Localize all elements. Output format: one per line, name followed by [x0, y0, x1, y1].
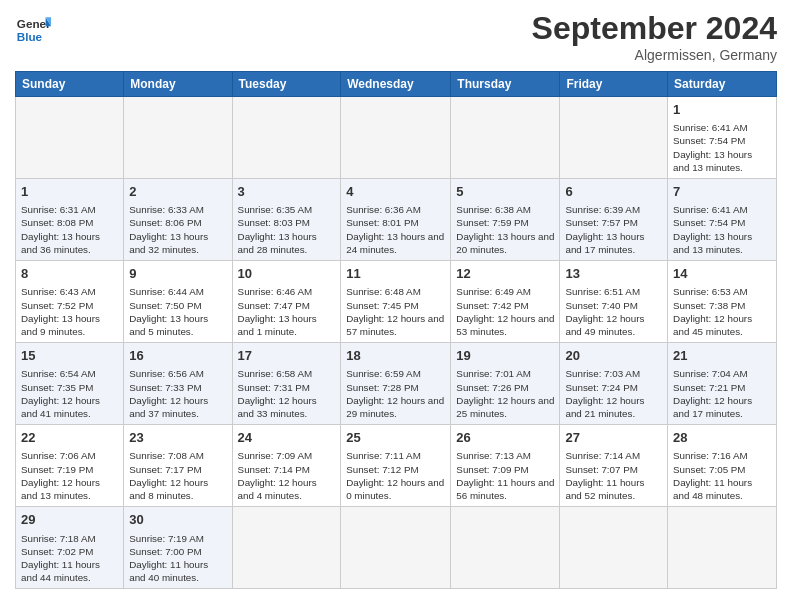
day-number: 24 [238, 429, 336, 447]
day-number: 13 [565, 265, 662, 283]
day-info: Sunrise: 6:36 AMSunset: 8:01 PMDaylight:… [346, 203, 445, 256]
calendar-cell [668, 507, 777, 589]
day-number: 23 [129, 429, 226, 447]
day-number: 25 [346, 429, 445, 447]
day-number: 14 [673, 265, 771, 283]
day-number: 1 [21, 183, 118, 201]
day-info: Sunrise: 6:59 AMSunset: 7:28 PMDaylight:… [346, 367, 445, 420]
col-saturday: Saturday [668, 72, 777, 97]
day-number: 2 [129, 183, 226, 201]
calendar-cell: 11Sunrise: 6:48 AMSunset: 7:45 PMDayligh… [341, 261, 451, 343]
day-number: 4 [346, 183, 445, 201]
day-info: Sunrise: 6:39 AMSunset: 7:57 PMDaylight:… [565, 203, 662, 256]
calendar-cell: 29Sunrise: 7:18 AMSunset: 7:02 PMDayligh… [16, 507, 124, 589]
day-number: 3 [238, 183, 336, 201]
calendar-cell: 6Sunrise: 6:39 AMSunset: 7:57 PMDaylight… [560, 179, 668, 261]
day-info: Sunrise: 7:19 AMSunset: 7:00 PMDaylight:… [129, 532, 226, 585]
day-number: 5 [456, 183, 554, 201]
calendar-cell [451, 97, 560, 179]
calendar-cell: 28Sunrise: 7:16 AMSunset: 7:05 PMDayligh… [668, 425, 777, 507]
day-info: Sunrise: 6:49 AMSunset: 7:42 PMDaylight:… [456, 285, 554, 338]
col-wednesday: Wednesday [341, 72, 451, 97]
calendar-cell: 22Sunrise: 7:06 AMSunset: 7:19 PMDayligh… [16, 425, 124, 507]
calendar-cell: 7Sunrise: 6:41 AMSunset: 7:54 PMDaylight… [668, 179, 777, 261]
calendar-week-row: 29Sunrise: 7:18 AMSunset: 7:02 PMDayligh… [16, 507, 777, 589]
calendar-cell [232, 97, 341, 179]
col-sunday: Sunday [16, 72, 124, 97]
day-number: 29 [21, 511, 118, 529]
calendar-cell: 8Sunrise: 6:43 AMSunset: 7:52 PMDaylight… [16, 261, 124, 343]
calendar-week-row: 15Sunrise: 6:54 AMSunset: 7:35 PMDayligh… [16, 343, 777, 425]
col-friday: Friday [560, 72, 668, 97]
calendar-cell [232, 507, 341, 589]
calendar-week-row: 1Sunrise: 6:31 AMSunset: 8:08 PMDaylight… [16, 179, 777, 261]
calendar-cell: 14Sunrise: 6:53 AMSunset: 7:38 PMDayligh… [668, 261, 777, 343]
day-number: 17 [238, 347, 336, 365]
calendar-cell [560, 97, 668, 179]
day-info: Sunrise: 6:41 AMSunset: 7:54 PMDaylight:… [673, 203, 771, 256]
logo-icon: General Blue [15, 10, 51, 46]
calendar-cell: 1Sunrise: 6:31 AMSunset: 8:08 PMDaylight… [16, 179, 124, 261]
day-number: 9 [129, 265, 226, 283]
day-info: Sunrise: 7:08 AMSunset: 7:17 PMDaylight:… [129, 449, 226, 502]
calendar-cell [16, 97, 124, 179]
day-info: Sunrise: 6:58 AMSunset: 7:31 PMDaylight:… [238, 367, 336, 420]
calendar-cell [560, 507, 668, 589]
calendar-cell: 24Sunrise: 7:09 AMSunset: 7:14 PMDayligh… [232, 425, 341, 507]
calendar-cell [451, 507, 560, 589]
col-tuesday: Tuesday [232, 72, 341, 97]
calendar-cell: 30Sunrise: 7:19 AMSunset: 7:00 PMDayligh… [124, 507, 232, 589]
calendar-cell: 3Sunrise: 6:35 AMSunset: 8:03 PMDaylight… [232, 179, 341, 261]
day-number: 30 [129, 511, 226, 529]
day-info: Sunrise: 6:53 AMSunset: 7:38 PMDaylight:… [673, 285, 771, 338]
day-info: Sunrise: 6:31 AMSunset: 8:08 PMDaylight:… [21, 203, 118, 256]
calendar-cell: 23Sunrise: 7:08 AMSunset: 7:17 PMDayligh… [124, 425, 232, 507]
day-info: Sunrise: 6:35 AMSunset: 8:03 PMDaylight:… [238, 203, 336, 256]
day-number: 28 [673, 429, 771, 447]
day-info: Sunrise: 7:14 AMSunset: 7:07 PMDaylight:… [565, 449, 662, 502]
day-info: Sunrise: 6:43 AMSunset: 7:52 PMDaylight:… [21, 285, 118, 338]
calendar-cell: 15Sunrise: 6:54 AMSunset: 7:35 PMDayligh… [16, 343, 124, 425]
day-info: Sunrise: 7:04 AMSunset: 7:21 PMDaylight:… [673, 367, 771, 420]
day-info: Sunrise: 7:06 AMSunset: 7:19 PMDaylight:… [21, 449, 118, 502]
calendar-cell: 9Sunrise: 6:44 AMSunset: 7:50 PMDaylight… [124, 261, 232, 343]
calendar-cell: 16Sunrise: 6:56 AMSunset: 7:33 PMDayligh… [124, 343, 232, 425]
header: General Blue September 2024 Algermissen,… [15, 10, 777, 63]
day-info: Sunrise: 6:38 AMSunset: 7:59 PMDaylight:… [456, 203, 554, 256]
day-info: Sunrise: 6:48 AMSunset: 7:45 PMDaylight:… [346, 285, 445, 338]
day-number: 19 [456, 347, 554, 365]
calendar-week-row: 8Sunrise: 6:43 AMSunset: 7:52 PMDaylight… [16, 261, 777, 343]
day-number: 12 [456, 265, 554, 283]
day-number: 26 [456, 429, 554, 447]
day-info: Sunrise: 6:44 AMSunset: 7:50 PMDaylight:… [129, 285, 226, 338]
day-number: 8 [21, 265, 118, 283]
day-info: Sunrise: 6:54 AMSunset: 7:35 PMDaylight:… [21, 367, 118, 420]
calendar-cell: 5Sunrise: 6:38 AMSunset: 7:59 PMDaylight… [451, 179, 560, 261]
calendar-cell: 26Sunrise: 7:13 AMSunset: 7:09 PMDayligh… [451, 425, 560, 507]
calendar-cell: 2Sunrise: 6:33 AMSunset: 8:06 PMDaylight… [124, 179, 232, 261]
day-number: 21 [673, 347, 771, 365]
calendar: Sunday Monday Tuesday Wednesday Thursday… [15, 71, 777, 589]
page: General Blue September 2024 Algermissen,… [0, 0, 792, 612]
day-info: Sunrise: 6:56 AMSunset: 7:33 PMDaylight:… [129, 367, 226, 420]
calendar-cell [124, 97, 232, 179]
day-info: Sunrise: 7:03 AMSunset: 7:24 PMDaylight:… [565, 367, 662, 420]
calendar-cell: 17Sunrise: 6:58 AMSunset: 7:31 PMDayligh… [232, 343, 341, 425]
calendar-cell: 4Sunrise: 6:36 AMSunset: 8:01 PMDaylight… [341, 179, 451, 261]
title-block: September 2024 Algermissen, Germany [532, 10, 777, 63]
col-monday: Monday [124, 72, 232, 97]
day-number: 6 [565, 183, 662, 201]
day-info: Sunrise: 7:13 AMSunset: 7:09 PMDaylight:… [456, 449, 554, 502]
day-info: Sunrise: 7:16 AMSunset: 7:05 PMDaylight:… [673, 449, 771, 502]
day-number: 11 [346, 265, 445, 283]
calendar-cell: 12Sunrise: 6:49 AMSunset: 7:42 PMDayligh… [451, 261, 560, 343]
calendar-cell: 21Sunrise: 7:04 AMSunset: 7:21 PMDayligh… [668, 343, 777, 425]
day-number: 10 [238, 265, 336, 283]
day-info: Sunrise: 7:11 AMSunset: 7:12 PMDaylight:… [346, 449, 445, 502]
month-title: September 2024 [532, 10, 777, 47]
svg-text:Blue: Blue [17, 30, 43, 43]
location: Algermissen, Germany [532, 47, 777, 63]
day-info: Sunrise: 7:01 AMSunset: 7:26 PMDaylight:… [456, 367, 554, 420]
calendar-cell: 19Sunrise: 7:01 AMSunset: 7:26 PMDayligh… [451, 343, 560, 425]
day-info: Sunrise: 7:18 AMSunset: 7:02 PMDaylight:… [21, 532, 118, 585]
